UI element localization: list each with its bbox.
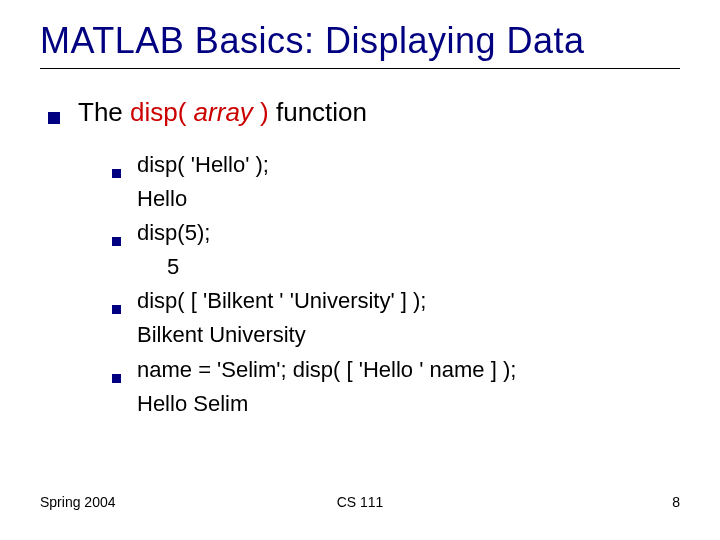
slide-title: MATLAB Basics: Displaying Data xyxy=(40,20,680,69)
square-bullet-icon xyxy=(112,374,121,383)
list-item: name = 'Selim'; disp( [ 'Hello ' name ] … xyxy=(112,353,680,387)
footer-center: CS 111 xyxy=(337,494,384,510)
text-suffix: function xyxy=(269,97,367,127)
text-prefix: The xyxy=(78,97,130,127)
footer-left: Spring 2004 xyxy=(40,494,116,510)
example-code: disp( [ 'Bilkent ' 'University' ] ); xyxy=(137,284,426,318)
example-code: disp(5); xyxy=(137,216,210,250)
example-output: Bilkent University xyxy=(137,318,680,352)
footer: Spring 2004 CS 111 8 xyxy=(40,494,680,510)
list-item: disp(5); xyxy=(112,216,680,250)
main-bullet: The disp( array ) function xyxy=(48,97,680,128)
square-bullet-icon xyxy=(112,305,121,314)
examples-block: disp( 'Hello' ); Hello disp(5); 5 disp( … xyxy=(112,148,680,421)
example-code: name = 'Selim'; disp( [ 'Hello ' name ] … xyxy=(137,353,516,387)
main-bullet-text: The disp( array ) function xyxy=(78,97,367,128)
slide: MATLAB Basics: Displaying Data The disp(… xyxy=(0,0,720,540)
list-item: disp( [ 'Bilkent ' 'University' ] ); xyxy=(112,284,680,318)
example-output: 5 xyxy=(167,250,680,284)
text-disp: disp( xyxy=(130,97,186,127)
text-array: array xyxy=(186,97,260,127)
list-item: disp( 'Hello' ); xyxy=(112,148,680,182)
square-bullet-icon xyxy=(112,169,121,178)
example-code: disp( 'Hello' ); xyxy=(137,148,269,182)
example-output: Hello Selim xyxy=(137,387,680,421)
square-bullet-icon xyxy=(112,237,121,246)
square-bullet-icon xyxy=(48,112,60,124)
example-output: Hello xyxy=(137,182,680,216)
footer-page-number: 8 xyxy=(672,494,680,510)
text-close: ) xyxy=(260,97,269,127)
